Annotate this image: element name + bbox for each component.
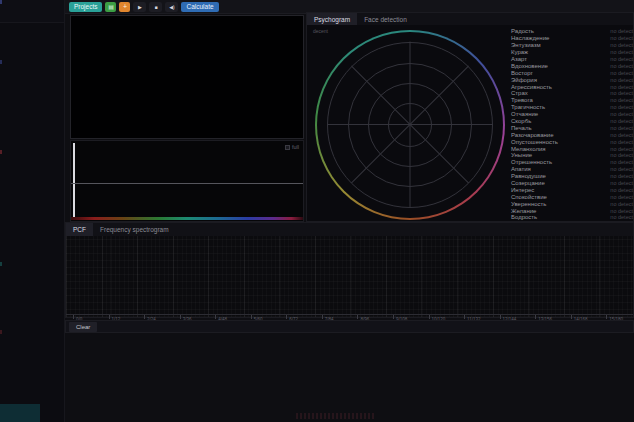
- waveform-intensity-strip: [71, 217, 303, 220]
- emotion-list: Радость no detect Наслаждение no detect …: [511, 28, 633, 221]
- checkbox-icon[interactable]: [285, 145, 290, 150]
- axis-tick: [571, 315, 572, 319]
- volume-icon[interactable]: ◀): [165, 2, 178, 12]
- emotion-row: Равнодушие no detect: [511, 173, 633, 180]
- emotion-name: Восторг: [511, 70, 533, 76]
- add-icon[interactable]: +: [119, 2, 130, 12]
- emotion-value: no detect: [610, 70, 633, 76]
- emotion-name: Отрешенность: [511, 159, 552, 165]
- emotion-row: Разочарование no detect: [511, 131, 633, 138]
- emotion-value: no detect: [610, 194, 633, 200]
- emotion-row: Меланхолия no detect: [511, 145, 633, 152]
- emotion-value: no detect: [610, 118, 633, 124]
- play-button[interactable]: ▶: [133, 2, 146, 12]
- right-tab-bar: Psychogram Face detection: [307, 13, 633, 25]
- emotion-row: Спокойствие no detect: [511, 193, 633, 200]
- psychogram-panel: Psychogram Face detection decent Радость…: [306, 12, 634, 222]
- axis-tick: [109, 315, 110, 319]
- playhead-cursor[interactable]: [73, 143, 75, 217]
- tab-pcf[interactable]: PCF: [66, 223, 93, 236]
- emotion-row: Тревога no detect: [511, 97, 633, 104]
- waveform-panel[interactable]: full: [70, 140, 304, 222]
- emotion-value: no detect: [610, 166, 633, 172]
- emotion-row: Печаль no detect: [511, 124, 633, 131]
- emotion-value: no detect: [610, 159, 633, 165]
- folder-icon[interactable]: ▤: [105, 2, 116, 12]
- axis-tick: [606, 315, 607, 319]
- emotion-row: Бодрость no detect: [511, 214, 633, 221]
- emotion-row: Опустошенность no detect: [511, 138, 633, 145]
- app-window: Projects ▤ + ▶ ■ ◀) Calculate full Psych…: [0, 0, 634, 422]
- emotion-row: Эйфория no detect: [511, 76, 633, 83]
- emotion-value: no detect: [610, 56, 633, 62]
- emotion-row: Отрешенность no detect: [511, 159, 633, 166]
- emotion-row: Агрессивность no detect: [511, 83, 633, 90]
- emotion-value: no detect: [610, 97, 633, 103]
- clear-button[interactable]: Clear: [69, 322, 97, 332]
- sidebar-edge-noise: [0, 0, 2, 4]
- stop-button[interactable]: ■: [149, 2, 162, 12]
- tab-psychogram[interactable]: Psychogram: [307, 13, 357, 25]
- emotion-value: no detect: [610, 77, 633, 83]
- tab-face-detection[interactable]: Face detection: [357, 13, 414, 25]
- emotion-name: Меланхолия: [511, 146, 546, 152]
- axis-tick: [464, 315, 465, 319]
- spectrogram-plot[interactable]: 0/0 1/12 2/24 3/36: [66, 236, 633, 317]
- emotion-row: Интерес no detect: [511, 186, 633, 193]
- tab-frequency-spectrogram[interactable]: Frequency spectrogram: [93, 223, 176, 236]
- axis-tick: [144, 315, 145, 319]
- emotion-row: Восторг no detect: [511, 69, 633, 76]
- axis-tick: [429, 315, 430, 319]
- emotion-name: Уверенность: [511, 201, 546, 207]
- emotion-name: Тревога: [511, 97, 533, 103]
- video-preview: [70, 15, 304, 139]
- emotion-row: Радость no detect: [511, 28, 633, 35]
- waveform-centerline: [71, 183, 303, 184]
- time-axis: [66, 314, 633, 315]
- emotion-row: Вдохновение no detect: [511, 62, 633, 69]
- full-checkbox[interactable]: full: [285, 144, 299, 150]
- axis-tick: [215, 315, 216, 319]
- emotion-value: no detect: [610, 146, 633, 152]
- emotion-value: no detect: [610, 35, 633, 41]
- emotion-row: Желание no detect: [511, 207, 633, 214]
- emotion-name: Равнодушие: [511, 173, 546, 179]
- sidebar-bottom-block: [0, 404, 40, 422]
- spectrogram-panel: PCF Frequency spectrogram 0/0 1/12: [65, 222, 634, 318]
- axis-tick: [286, 315, 287, 319]
- emotion-value: no detect: [610, 201, 633, 207]
- emotion-row: Азарт no detect: [511, 56, 633, 63]
- emotion-name: Скорбь: [511, 118, 531, 124]
- emotion-name: Энтузиазм: [511, 42, 541, 48]
- projects-button[interactable]: Projects: [69, 2, 102, 12]
- emotion-value: no detect: [610, 111, 633, 117]
- emotion-name: Опустошенность: [511, 139, 558, 145]
- emotion-name: Интерес: [511, 187, 534, 193]
- emotion-value: no detect: [610, 187, 633, 193]
- emotion-row: Апатия no detect: [511, 166, 633, 173]
- emotion-name: Кураж: [511, 49, 528, 55]
- axis-tick: [393, 315, 394, 319]
- emotion-row: Наслаждение no detect: [511, 35, 633, 42]
- axis-tick: [535, 315, 536, 319]
- watermark: [296, 413, 374, 419]
- emotion-name: Страх: [511, 90, 528, 96]
- emotion-name: Эйфория: [511, 77, 537, 83]
- emotion-value: no detect: [610, 180, 633, 186]
- emotion-row: Уверенность no detect: [511, 200, 633, 207]
- emotion-row: Скорбь no detect: [511, 118, 633, 125]
- emotion-row: Отчаяние no detect: [511, 111, 633, 118]
- sidebar: [0, 0, 65, 422]
- emotion-name: Спокойствие: [511, 194, 547, 200]
- emotion-row: Энтузиазм no detect: [511, 42, 633, 49]
- emotion-value: no detect: [610, 208, 633, 214]
- emotion-value: no detect: [610, 84, 633, 90]
- emotion-value: no detect: [610, 125, 633, 131]
- calculate-button[interactable]: Calculate: [181, 2, 218, 12]
- emotion-name: Радость: [511, 28, 534, 34]
- axis-tick: [251, 315, 252, 319]
- emotion-value: no detect: [610, 42, 633, 48]
- emotion-value: no detect: [610, 28, 633, 34]
- sidebar-header: [0, 0, 64, 23]
- axis-tick: [500, 315, 501, 319]
